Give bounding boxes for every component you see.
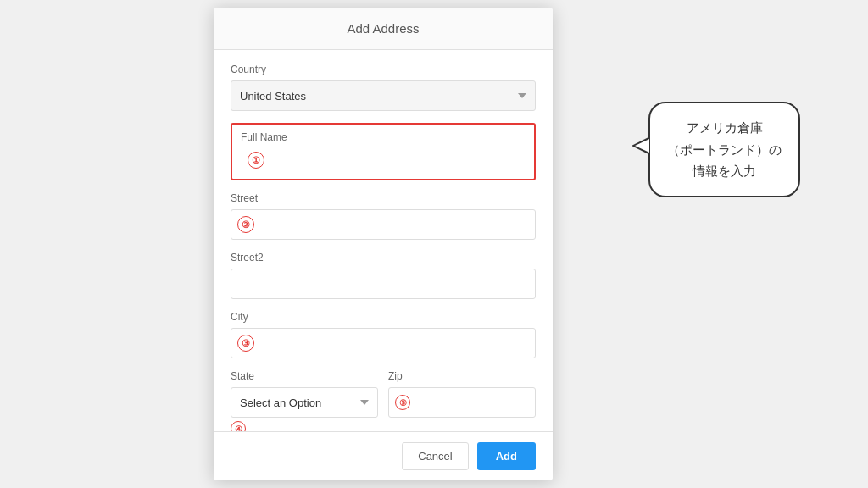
zip-group: Zip ⑤	[388, 370, 536, 431]
bubble-line3: 情報を入力	[693, 164, 756, 178]
number-badge-4: ④	[231, 421, 246, 431]
full-name-label: Full Name	[241, 131, 526, 143]
modal-overlay: Add Address Country United States Full N…	[0, 0, 868, 488]
city-group: City ③	[231, 311, 536, 358]
number-badge-2: ②	[237, 216, 254, 233]
zip-input[interactable]	[388, 387, 536, 418]
street-input-wrapper: ②	[231, 209, 536, 240]
modal-header: Add Address	[214, 8, 553, 50]
state-label: State	[231, 370, 378, 382]
bubble-line2: （ポートランド）の	[667, 142, 782, 157]
street2-input[interactable]	[231, 269, 536, 299]
street2-label: Street2	[231, 252, 536, 263]
number-badge-3: ③	[237, 335, 254, 352]
modal: Add Address Country United States Full N…	[214, 8, 553, 480]
city-input[interactable]	[231, 328, 536, 358]
add-button[interactable]: Add	[477, 442, 536, 470]
state-select[interactable]: Select an Option	[231, 387, 378, 418]
zip-label: Zip	[388, 370, 536, 382]
street-group: Street ②	[231, 192, 536, 240]
full-name-input-wrapper: ①	[241, 148, 526, 172]
street-label: Street	[231, 192, 536, 204]
cancel-button[interactable]: Cancel	[402, 442, 468, 470]
street-input[interactable]	[231, 209, 536, 240]
city-label: City	[231, 311, 536, 323]
full-name-input[interactable]	[241, 148, 526, 172]
modal-body: Country United States Full Name ①	[214, 50, 553, 431]
state-group: State Select an Option ④	[231, 370, 378, 431]
modal-title: Add Address	[347, 21, 419, 36]
modal-footer: Cancel Add	[214, 431, 553, 480]
country-group: Country United States	[231, 64, 536, 111]
zip-input-wrapper: ⑤	[388, 387, 536, 418]
city-input-wrapper: ③	[231, 328, 536, 358]
state-zip-row: State Select an Option ④ Zip ⑤	[231, 370, 536, 431]
country-label: Country	[231, 64, 536, 75]
full-name-group: Full Name ①	[231, 123, 536, 180]
speech-bubble: アメリカ倉庫 （ポートランド）の 情報を入力	[648, 102, 800, 197]
country-select-wrapper: United States	[231, 80, 536, 111]
country-select[interactable]: United States	[231, 80, 536, 111]
street2-group: Street2	[231, 252, 536, 299]
page-container: Add Address Country United States Full N…	[0, 0, 868, 488]
bubble-line1: アメリカ倉庫	[687, 120, 763, 135]
number-badge-5: ⑤	[395, 395, 410, 410]
number-badge-1: ①	[248, 152, 264, 169]
